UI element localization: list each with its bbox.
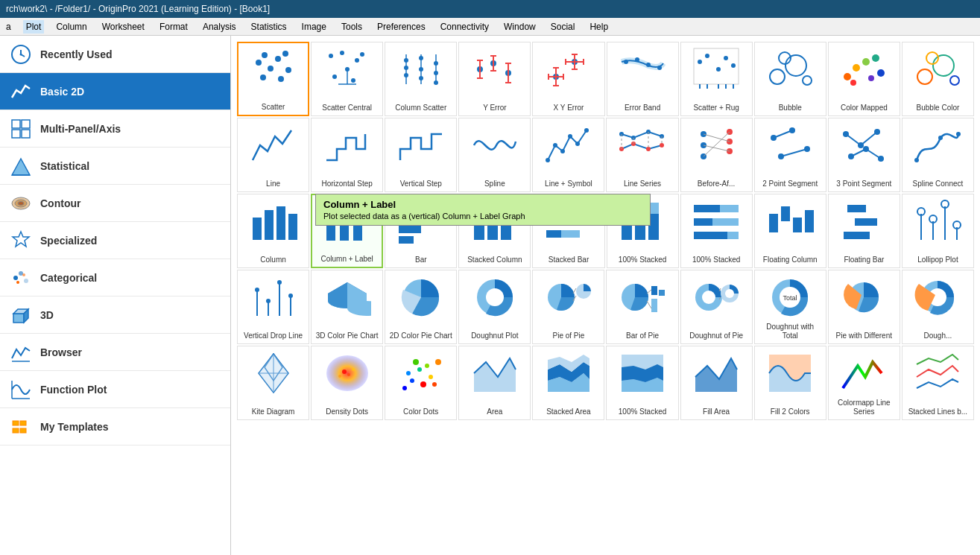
scatter-rug-icon <box>692 45 740 93</box>
svg-point-40 <box>355 58 359 63</box>
sidebar-item-statistical[interactable]: Statistical <box>0 148 230 185</box>
plot-vertical-step[interactable]: Vertical Step <box>385 118 457 192</box>
scatter-icon <box>250 46 297 94</box>
menu-format[interactable]: Format <box>157 20 191 34</box>
menu-help[interactable]: Help <box>587 20 611 34</box>
svg-rect-184 <box>546 230 561 238</box>
plot-spline[interactable]: Spline <box>458 118 531 192</box>
menu-statistics[interactable]: Statistics <box>248 20 290 34</box>
plot-3d-color-pie[interactable]: 3D Color Pie Chart <box>311 270 383 344</box>
plot-error-band[interactable]: Error Band <box>607 42 679 116</box>
sidebar: Recently Used Basic 2D Multi-Panel/Axis <box>0 36 231 555</box>
scatter-rug-label: Scatter + Rug <box>693 104 739 112</box>
plot-line-series[interactable]: Line Series <box>606 118 678 192</box>
scatter-label: Scatter <box>262 103 285 112</box>
error-band-label: Error Band <box>625 104 660 112</box>
menu-column[interactable]: Column <box>53 20 89 34</box>
plot-bubble-color[interactable]: Bubble Color <box>902 42 974 116</box>
menu-worksheet[interactable]: Worksheet <box>99 20 148 34</box>
stacked-lines-icon <box>914 349 961 397</box>
sidebar-item-3d[interactable]: 3D <box>0 296 230 334</box>
plot-color-mapped[interactable]: Color Mapped <box>828 42 900 116</box>
menu-window[interactable]: Window <box>501 20 539 34</box>
plot-bubble[interactable]: Bubble <box>754 42 826 116</box>
svg-point-111 <box>933 55 954 76</box>
plot-fill-area[interactable]: Fill Area <box>680 346 753 420</box>
menu-preferences[interactable]: Preferences <box>374 20 429 34</box>
plot-line-symbol[interactable]: Line + Symbol <box>532 118 604 192</box>
plot-xy-error[interactable]: X Y Error <box>532 42 604 116</box>
plot-2-point-segment[interactable]: 2 Point Segment <box>754 118 826 192</box>
plot-colormapp-line[interactable]: Colormapp Line Series <box>828 346 900 420</box>
plot-pie-of-pie[interactable]: Pie of Pie <box>532 270 604 344</box>
colormapp-line-icon <box>840 349 888 397</box>
plot-area[interactable]: Area <box>458 346 531 420</box>
svg-point-252 <box>326 355 368 391</box>
plot-horizontal-step[interactable]: Horizontal Step <box>311 118 383 192</box>
plot-3-point-segment[interactable]: 3 Point Segment <box>828 118 900 192</box>
plot-line[interactable]: Line <box>237 118 309 192</box>
menu-connectivity[interactable]: Connectivity <box>437 20 492 34</box>
svg-line-139 <box>704 145 730 151</box>
sidebar-item-categorical[interactable]: Categorical <box>0 259 230 296</box>
plot-lollipop[interactable]: Lollipop Plot <box>902 194 974 268</box>
svg-line-156 <box>866 149 881 159</box>
plot-100pct-stacked-bar[interactable]: 100% Stacked <box>680 194 753 268</box>
plot-column-scatter[interactable]: Column Scatter <box>385 42 457 116</box>
before-after-label: Before-Af... <box>698 180 736 188</box>
plot-stacked-area[interactable]: Stacked Area <box>532 346 604 420</box>
menu-a[interactable]: a <box>3 20 14 34</box>
sidebar-item-contour[interactable]: Contour <box>0 185 230 222</box>
menu-tools[interactable]: Tools <box>338 20 365 34</box>
plot-before-after[interactable]: Before-Af... <box>680 118 753 192</box>
menu-social[interactable]: Social <box>548 20 578 34</box>
plot-vertical-drop[interactable]: Vertical Drop Line <box>237 270 309 344</box>
plot-floating-bar[interactable]: Floating Bar <box>828 194 900 268</box>
sidebar-item-recently-used[interactable]: Recently Used <box>0 36 230 73</box>
sidebar-item-my-templates[interactable]: My Templates <box>0 408 230 445</box>
svg-point-266 <box>420 381 426 387</box>
sidebar-item-multi-panel[interactable]: Multi-Panel/Axis <box>0 110 230 148</box>
plot-floating-column[interactable]: Floating Column <box>754 194 826 268</box>
svg-point-108 <box>850 80 856 86</box>
plot-column[interactable]: Column <box>237 194 309 268</box>
plot-kite[interactable]: Kite Diagram <box>237 346 309 420</box>
svg-rect-174 <box>474 225 484 240</box>
plot-density-dots[interactable]: Density Dots <box>311 346 383 420</box>
plot-bar-of-pie[interactable]: Bar of Pie <box>606 270 678 344</box>
sidebar-item-browser[interactable]: Browser <box>0 334 230 371</box>
plot-2d-color-pie[interactable]: 2D Color Pie Chart <box>385 270 457 344</box>
menu-image[interactable]: Image <box>299 20 329 34</box>
svg-line-233 <box>647 290 651 294</box>
plot-spline-connect[interactable]: Spline Connect <box>902 118 974 192</box>
plot-100pct-stacked-area[interactable]: 100% Stacked <box>606 346 678 420</box>
plot-color-dots[interactable]: Color Dots <box>385 346 457 420</box>
menu-plot[interactable]: Plot <box>23 20 45 34</box>
floating-bar-label: Floating Bar <box>844 256 884 264</box>
100pct-stacked-bar-icon <box>692 197 740 245</box>
svg-point-36 <box>278 76 284 82</box>
svg-point-53 <box>419 67 423 72</box>
plot-doughnut-total[interactable]: Total Doughnut with Total <box>754 270 826 344</box>
plot-y-error[interactable]: Y Error <box>458 42 531 116</box>
doughnut-total-icon: Total <box>766 273 814 321</box>
sidebar-item-function-plot[interactable]: Function Plot <box>0 371 230 408</box>
plot-row-1: Scatter Scatte <box>237 42 974 116</box>
svg-point-216 <box>266 299 271 303</box>
plot-fill-2-colors[interactable]: Fill 2 Colors <box>754 346 826 420</box>
plot-doughnut-plot[interactable]: Doughnut Plot <box>458 270 531 344</box>
plot-stacked-lines[interactable]: Stacked Lines b... <box>902 346 974 420</box>
sidebar-label-specialized: Specialized <box>40 235 97 247</box>
menu-analysis[interactable]: Analysis <box>200 20 239 34</box>
sidebar-item-basic-2d[interactable]: Basic 2D <box>0 73 230 110</box>
plot-pie-different[interactable]: Pie with Different <box>828 270 900 344</box>
plot-scatter-rug[interactable]: Scatter + Rug <box>680 42 753 116</box>
3-point-segment-label: 3 Point Segment <box>836 180 891 188</box>
plot-doughnut-with[interactable]: Dough... <box>902 270 974 344</box>
plot-doughnut-of-pie[interactable]: Doughnut of Pie <box>680 270 753 344</box>
plot-scatter[interactable]: Scatter <box>237 42 309 116</box>
svg-point-158 <box>938 136 943 140</box>
svg-point-38 <box>340 51 344 55</box>
plot-scatter-central[interactable]: Scatter Central <box>311 42 383 116</box>
sidebar-item-specialized[interactable]: Specialized <box>0 222 230 259</box>
